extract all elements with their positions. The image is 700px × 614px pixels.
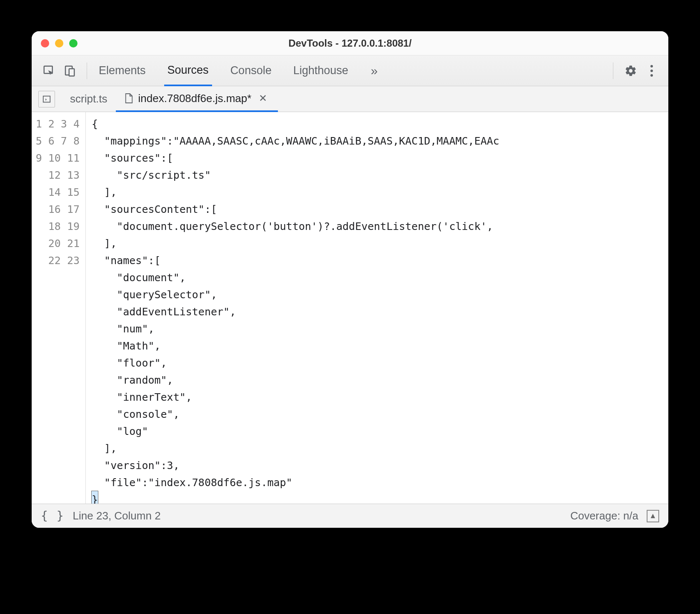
panel-tabs: Elements Sources Console Lighthouse »	[95, 55, 605, 86]
traffic-lights	[32, 39, 78, 47]
code-content[interactable]: { "mappings":"AAAAA,SAASC,cAAc,WAAWC,iBA…	[86, 112, 668, 504]
settings-icon[interactable]	[622, 62, 639, 79]
devtools-window: DevTools - 127.0.0.1:8081/ Elements Sour…	[32, 31, 668, 528]
tab-console[interactable]: Console	[227, 55, 275, 86]
file-tab-script[interactable]: script.ts	[62, 86, 116, 112]
main-toolbar: Elements Sources Console Lighthouse »	[32, 55, 668, 86]
pretty-print-icon[interactable]: { }	[41, 509, 65, 523]
code-editor[interactable]: 1 2 3 4 5 6 7 8 9 10 11 12 13 14 15 16 1…	[32, 112, 668, 504]
titlebar: DevTools - 127.0.0.1:8081/	[32, 31, 668, 55]
zoom-icon[interactable]	[69, 39, 78, 47]
minimize-icon[interactable]	[55, 39, 63, 47]
file-tab-sourcemap[interactable]: index.7808df6e.js.map* ✕	[116, 87, 278, 112]
inspect-element-icon[interactable]	[40, 62, 58, 80]
separator	[87, 62, 87, 79]
close-tab-icon[interactable]: ✕	[256, 92, 270, 105]
coverage-label: Coverage: n/a	[570, 509, 638, 522]
window-title: DevTools - 127.0.0.1:8081/	[32, 37, 668, 49]
tab-elements[interactable]: Elements	[95, 55, 149, 86]
tab-sources[interactable]: Sources	[164, 56, 212, 86]
navigator-toggle-icon[interactable]	[38, 91, 55, 107]
cursor-position: Line 23, Column 2	[73, 509, 161, 522]
kebab-menu-icon[interactable]	[643, 62, 660, 79]
status-bar: { } Line 23, Column 2 Coverage: n/a ▲	[32, 504, 668, 528]
svg-rect-2	[69, 69, 75, 76]
file-tab-label: index.7808df6e.js.map*	[138, 92, 252, 105]
file-tabs: script.ts index.7808df6e.js.map* ✕	[32, 86, 668, 112]
file-icon	[124, 93, 133, 104]
more-tabs-icon[interactable]: »	[367, 64, 382, 78]
drawer-toggle-icon[interactable]: ▲	[647, 510, 659, 522]
separator	[613, 62, 613, 79]
tab-lighthouse[interactable]: Lighthouse	[290, 55, 352, 86]
close-icon[interactable]	[41, 39, 49, 47]
svg-rect-3	[43, 96, 50, 102]
device-toggle-icon[interactable]	[61, 62, 78, 80]
file-tab-label: script.ts	[70, 92, 108, 105]
line-gutter: 1 2 3 4 5 6 7 8 9 10 11 12 13 14 15 16 1…	[32, 112, 86, 504]
